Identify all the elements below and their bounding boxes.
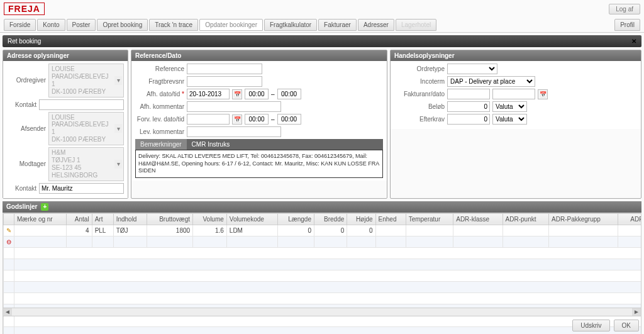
incoterm-select[interactable]: DAP - Delivery at place [447, 76, 535, 87]
logo: FREJA [4, 3, 45, 15]
nav-opret-booking[interactable]: Opret booking [97, 19, 148, 31]
chevron-down-icon[interactable]: ▾ [114, 124, 122, 133]
nav-fragtkalk[interactable]: Fragtkalkulator [264, 19, 317, 31]
udskriv-button[interactable]: Udskriv [572, 320, 609, 331]
scroll-left-icon[interactable]: ◄ [3, 308, 12, 316]
calendar-icon[interactable]: 📅 [232, 89, 242, 99]
kontakt2-input[interactable] [39, 183, 124, 194]
edit-icon[interactable]: ✎ [6, 227, 11, 234]
kontakt2-label: Kontakt [7, 185, 36, 192]
fragtbrev-input[interactable] [187, 76, 262, 87]
belob-input[interactable] [447, 101, 490, 112]
table-row[interactable]: ✎ 4PLL TØJ18001.6 LDM00 0 0 [4, 225, 641, 236]
table-row [4, 326, 641, 334]
modtager-field[interactable]: H&M TØJVEJ 1 SE-123 45 HELSINGBORG▾ [48, 147, 124, 181]
nav-konto[interactable]: Konto [37, 19, 65, 31]
nav-profil[interactable]: Profil [614, 19, 640, 31]
efterkrav-valuta-select[interactable]: Valuta [492, 114, 527, 125]
afsender-label: Afsender [7, 125, 46, 132]
horizontal-scrollbar[interactable]: ◄ ► [3, 308, 641, 316]
efterkrav-label: Efterkrav [394, 116, 445, 123]
belob-label: Beløb [394, 103, 445, 110]
remarks-box: Delivery: SKAL ALTID LEVERES MED LIFT, T… [135, 150, 383, 178]
refdate-header: Reference/Dato [131, 50, 387, 61]
close-icon[interactable]: ✕ [631, 38, 636, 45]
table-row [4, 247, 641, 259]
scroll-right-icon[interactable]: ► [632, 308, 641, 316]
calendar-icon[interactable]: 📅 [538, 89, 548, 99]
calendar-icon[interactable]: 📅 [232, 114, 242, 125]
nav-lagerhotel[interactable]: Lagerhotel [396, 19, 436, 31]
table-row [4, 315, 641, 326]
delete-icon[interactable]: ⊖ [6, 238, 11, 245]
trade-header: Handelsoplysninger [391, 50, 641, 61]
kontakt1-label: Kontakt [7, 101, 36, 108]
reference-label: Reference [135, 65, 184, 72]
godslinjer-header: Godslinjer + [3, 201, 641, 213]
efterkrav-input[interactable] [447, 114, 490, 125]
table-row[interactable]: ⊖ [4, 236, 641, 247]
nav-forside[interactable]: Forside [4, 19, 36, 31]
afh-label: Afh. dato/tid * [135, 91, 184, 97]
add-row-button[interactable]: + [41, 203, 48, 211]
address-header: Adresse oplysninger [3, 50, 128, 61]
afhkom-label: Afh. kommentar [135, 103, 184, 110]
ordretype-select[interactable] [447, 64, 497, 74]
page-title: Ret booking [8, 38, 41, 45]
titlebar: Ret booking ✕ [3, 35, 641, 47]
forv-time2-input[interactable] [277, 114, 301, 125]
reference-input[interactable] [187, 64, 262, 74]
nav-track[interactable]: Track 'n trace [149, 19, 198, 31]
table-row [4, 270, 641, 281]
forv-label: Forv. lev. dato/tid [135, 116, 184, 123]
afh-time2-input[interactable] [277, 89, 301, 99]
chevron-down-icon[interactable]: ▾ [114, 160, 122, 169]
ordregiver-field[interactable]: LOUISE PARADISÆBLEVEJ 1 DK-1000 PÆREBY▾ [48, 64, 124, 97]
afh-date-input[interactable] [187, 89, 230, 99]
table-row [4, 292, 641, 304]
fakturadato-input[interactable] [492, 89, 535, 99]
table-row [4, 259, 641, 270]
table-row [4, 281, 641, 292]
nav-fakturaer[interactable]: Fakturaer [318, 19, 357, 31]
nav-adresser[interactable]: Adresser [358, 19, 394, 31]
forv-date-input[interactable] [187, 114, 230, 125]
afh-time1-input[interactable] [245, 89, 269, 99]
ok-button[interactable]: OK [614, 320, 639, 331]
ordretype-label: Ordretype [394, 65, 445, 72]
fragtbrev-label: Fragtbrevsnr [135, 78, 184, 85]
logoff-button[interactable]: Log af [609, 4, 640, 14]
faktura-label: Fakturanr/dato [394, 91, 445, 97]
forv-time1-input[interactable] [245, 114, 269, 125]
nav-opdater[interactable]: Opdater bookinger [199, 19, 263, 31]
levkom-input[interactable] [187, 126, 281, 137]
levkom-label: Lev. kommentar [135, 128, 184, 135]
nav-poster[interactable]: Poster [67, 19, 96, 31]
ordregiver-label: Ordregiver [7, 77, 46, 84]
afsender-field[interactable]: LOUISE PARADISÆBLEVEJ 1 DK-1000 PÆREBY▾ [48, 112, 124, 146]
chevron-down-icon[interactable]: ▾ [114, 76, 122, 85]
navbar: Forside Konto Poster Opret booking Track… [0, 18, 644, 33]
kontakt1-input[interactable] [39, 99, 124, 110]
fakturanr-input[interactable] [447, 89, 490, 99]
afhkom-input[interactable] [187, 101, 281, 112]
grid-header-row: Mærke og nrAntalArt IndholdBruttovægtVol… [4, 213, 641, 225]
incoterm-label: Incoterm [394, 78, 445, 85]
tab-cmr-instruks[interactable]: CMR Instruks [187, 139, 235, 150]
modtager-label: Modtager [7, 160, 46, 167]
tab-bemaerkninger[interactable]: Bemærkninger [135, 139, 187, 150]
belob-valuta-select[interactable]: Valuta [492, 101, 527, 112]
